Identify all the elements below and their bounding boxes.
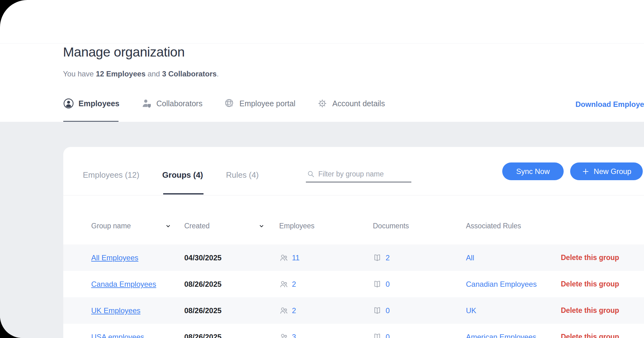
tab-label: Account details — [332, 99, 385, 108]
column-header-documents: Documents — [373, 208, 409, 244]
search-icon — [307, 170, 315, 178]
group-name-link[interactable]: UK Employees — [91, 297, 141, 324]
employees-count-link[interactable]: 2 — [292, 280, 296, 289]
open-book-icon — [373, 280, 382, 289]
tab-account-details[interactable]: Account details — [317, 98, 385, 109]
created-date: 08/26/2025 — [184, 297, 221, 324]
active-card-tab-underline — [163, 193, 203, 194]
group-name-link[interactable]: Canada Employees — [91, 271, 156, 297]
tab-collaborators[interactable]: Collaborators — [141, 98, 203, 109]
groups-card: Employees (12) Groups (4) Rules (4) Sync… — [63, 147, 644, 338]
column-header-created[interactable]: Created — [184, 208, 210, 244]
employees-cell: 2 — [279, 271, 296, 297]
filter-group-input[interactable] — [318, 170, 405, 178]
associated-rule-link[interactable]: UK — [466, 297, 476, 324]
associated-rule-link[interactable]: Canadian Employees — [466, 271, 537, 297]
collaborators-count-text: 3 Collaborators — [162, 70, 217, 78]
page-title: Manage organization — [63, 44, 185, 60]
delete-group-button[interactable]: Delete this group — [561, 244, 619, 271]
people-icon — [279, 280, 288, 289]
column-header-group-name[interactable]: Group name — [91, 208, 131, 244]
created-date: 04/30/2025 — [184, 244, 221, 271]
card-tab-bar: Employees (12) Groups (4) Rules (4) — [83, 170, 259, 180]
globe-icon — [224, 98, 235, 109]
subtitle-text: and — [145, 70, 162, 78]
associated-rule-link[interactable]: All — [466, 244, 474, 271]
people-icon — [279, 332, 288, 338]
table-header: Group name Created Employees Documents A… — [63, 208, 644, 244]
tab-employee-portal[interactable]: Employee portal — [224, 98, 296, 109]
documents-count-link[interactable]: 2 — [386, 254, 390, 262]
sync-now-label: Sync Now — [516, 167, 550, 176]
subtitle-text: You have — [63, 70, 96, 78]
people-icon — [279, 253, 288, 263]
table-row: USA employees 08/26/2025 3 0 American Em… — [63, 324, 644, 338]
open-book-icon — [373, 306, 382, 315]
documents-cell: 0 — [373, 324, 390, 338]
tab-employees[interactable]: Employees — [63, 98, 119, 109]
group-name-link[interactable]: All Employees — [91, 244, 138, 271]
documents-cell: 0 — [373, 271, 390, 297]
sync-now-button[interactable]: Sync Now — [502, 162, 564, 180]
gear-icon — [317, 98, 328, 109]
people-icon — [279, 306, 288, 315]
employees-count-link[interactable]: 3 — [292, 333, 296, 338]
documents-cell: 2 — [373, 244, 390, 271]
employees-cell: 11 — [279, 244, 300, 271]
column-header-associated-rules: Associated Rules — [466, 208, 521, 244]
employees-cell: 2 — [279, 297, 296, 324]
tab-groups-count[interactable]: Groups (4) — [162, 170, 203, 180]
header-divider — [0, 43, 644, 43]
table-row: UK Employees 08/26/2025 2 0 UK Delete th… — [63, 297, 644, 324]
employees-count-text: 12 Employees — [96, 70, 145, 78]
tab-label: Collaborators — [156, 99, 203, 108]
employees-count-link[interactable]: 2 — [292, 306, 296, 315]
table-row: All Employees 04/30/2025 11 2 All Delete… — [63, 244, 644, 271]
table-row: Canada Employees 08/26/2025 2 0 Canadian… — [63, 271, 644, 297]
app-window: Manage organization You have 12 Employee… — [0, 0, 644, 338]
delete-group-button[interactable]: Delete this group — [561, 297, 619, 324]
person-circle-icon — [63, 98, 74, 109]
person-shield-icon — [141, 98, 152, 109]
tab-label: Employees — [78, 99, 119, 108]
documents-count-link[interactable]: 0 — [386, 306, 390, 315]
created-date: 08/26/2025 — [184, 271, 221, 297]
download-employee-link[interactable]: Download Employee — [575, 100, 644, 109]
group-filter — [306, 166, 411, 182]
delete-group-button[interactable]: Delete this group — [561, 324, 619, 338]
employees-count-link[interactable]: 11 — [292, 254, 300, 262]
documents-count-link[interactable]: 0 — [386, 280, 390, 289]
created-date: 08/26/2025 — [184, 324, 221, 338]
tab-label: Employee portal — [239, 99, 296, 108]
documents-count-link[interactable]: 0 — [386, 333, 390, 338]
group-name-link[interactable]: USA employees — [91, 324, 144, 338]
plus-icon — [582, 167, 590, 176]
chevron-down-icon[interactable] — [259, 223, 264, 229]
open-book-icon — [373, 254, 382, 262]
subtitle-text: . — [217, 70, 219, 78]
tab-employees-count[interactable]: Employees (12) — [83, 170, 139, 180]
card-tab-divider — [63, 195, 644, 195]
chevron-down-icon[interactable] — [165, 223, 171, 229]
documents-cell: 0 — [373, 297, 390, 324]
associated-rule-link[interactable]: American Employees — [466, 324, 536, 338]
delete-group-button[interactable]: Delete this group — [561, 271, 619, 297]
subtitle: You have 12 Employees and 3 Collaborator… — [63, 70, 219, 78]
tab-rules-count[interactable]: Rules (4) — [226, 170, 259, 180]
new-group-button[interactable]: New Group — [570, 162, 643, 180]
column-header-employees: Employees — [279, 208, 315, 244]
main-tab-bar: Employees Collaborators Employee portal … — [63, 98, 385, 109]
new-group-label: New Group — [594, 167, 631, 176]
table-body: All Employees 04/30/2025 11 2 All Delete… — [63, 244, 644, 338]
open-book-icon — [373, 333, 382, 338]
employees-cell: 3 — [279, 324, 296, 338]
